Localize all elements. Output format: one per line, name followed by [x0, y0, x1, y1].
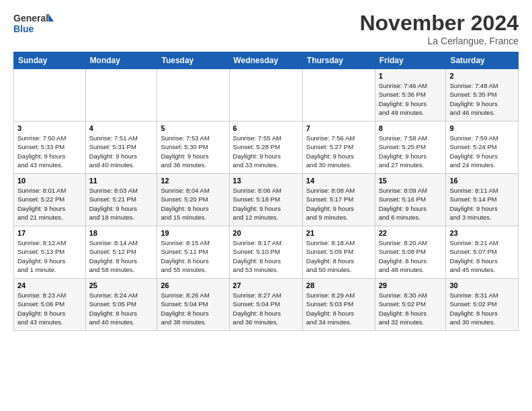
- day-number: 15: [379, 177, 443, 185]
- day-number: 20: [233, 229, 299, 237]
- calendar-cell: 2Sunrise: 7:48 AMSunset: 5:35 PMDaylight…: [446, 69, 519, 122]
- day-info: Sunrise: 8:04 AMSunset: 5:20 PMDaylight:…: [161, 186, 225, 222]
- calendar-cell: 16Sunrise: 8:11 AMSunset: 5:14 PMDayligh…: [446, 174, 519, 226]
- day-info: Sunrise: 8:29 AMSunset: 5:03 PMDaylight:…: [306, 291, 371, 326]
- day-info: Sunrise: 7:56 AMSunset: 5:27 PMDaylight:…: [306, 134, 371, 169]
- day-info: Sunrise: 7:51 AMSunset: 5:31 PMDaylight:…: [89, 134, 154, 169]
- weekday-header-thursday: Thursday: [302, 52, 375, 69]
- day-number: 2: [449, 72, 515, 80]
- day-info: Sunrise: 8:31 AMSunset: 5:02 PMDaylight:…: [449, 291, 515, 326]
- calendar-cell: 23Sunrise: 8:21 AMSunset: 5:07 PMDayligh…: [446, 226, 519, 279]
- day-info: Sunrise: 7:48 AMSunset: 5:35 PMDaylight:…: [449, 81, 515, 117]
- day-number: 24: [17, 281, 82, 289]
- calendar-cell: 26Sunrise: 8:26 AMSunset: 5:04 PMDayligh…: [157, 279, 229, 331]
- day-number: 28: [306, 281, 371, 289]
- day-info: Sunrise: 8:01 AMSunset: 5:22 PMDaylight:…: [17, 186, 82, 222]
- day-info: Sunrise: 8:20 AMSunset: 5:08 PMDaylight:…: [379, 238, 443, 274]
- day-number: 19: [161, 229, 225, 237]
- day-number: 1: [379, 72, 443, 80]
- weekday-header-wednesday: Wednesday: [229, 52, 302, 69]
- day-number: 25: [89, 281, 154, 289]
- day-number: 14: [306, 177, 371, 185]
- week-row-2: 3Sunrise: 7:50 AMSunset: 5:33 PMDaylight…: [14, 122, 519, 174]
- day-number: 21: [306, 229, 371, 237]
- day-number: 3: [17, 124, 82, 132]
- week-row-3: 10Sunrise: 8:01 AMSunset: 5:22 PMDayligh…: [14, 174, 519, 226]
- day-number: 4: [89, 124, 154, 132]
- day-number: 10: [17, 177, 82, 185]
- week-row-4: 17Sunrise: 8:12 AMSunset: 5:13 PMDayligh…: [14, 226, 519, 279]
- calendar-cell: 22Sunrise: 8:20 AMSunset: 5:08 PMDayligh…: [375, 226, 446, 279]
- header: General Blue November 2024 La Cerlangue,…: [13, 11, 519, 46]
- weekday-header-monday: Monday: [85, 52, 157, 69]
- day-number: 16: [449, 177, 515, 185]
- calendar-cell: 27Sunrise: 8:27 AMSunset: 5:04 PMDayligh…: [229, 279, 302, 331]
- weekday-header-friday: Friday: [375, 52, 446, 69]
- location: La Cerlangue, France: [359, 36, 519, 46]
- calendar-cell: 18Sunrise: 8:14 AMSunset: 5:12 PMDayligh…: [85, 226, 157, 279]
- day-number: 11: [89, 177, 154, 185]
- day-info: Sunrise: 8:11 AMSunset: 5:14 PMDaylight:…: [449, 186, 515, 222]
- calendar-cell: 8Sunrise: 7:58 AMSunset: 5:25 PMDaylight…: [375, 122, 446, 174]
- day-info: Sunrise: 8:30 AMSunset: 5:02 PMDaylight:…: [379, 291, 443, 326]
- day-number: 5: [161, 124, 225, 132]
- day-number: 23: [449, 229, 515, 237]
- day-info: Sunrise: 8:03 AMSunset: 5:21 PMDaylight:…: [89, 186, 154, 222]
- calendar-cell: 20Sunrise: 8:17 AMSunset: 5:10 PMDayligh…: [229, 226, 302, 279]
- day-number: 17: [17, 229, 82, 237]
- calendar-cell: 21Sunrise: 8:18 AMSunset: 5:09 PMDayligh…: [302, 226, 375, 279]
- calendar-cell: [229, 69, 302, 122]
- day-info: Sunrise: 8:26 AMSunset: 5:04 PMDaylight:…: [161, 291, 225, 326]
- calendar-cell: 24Sunrise: 8:23 AMSunset: 5:06 PMDayligh…: [14, 279, 86, 331]
- day-info: Sunrise: 8:24 AMSunset: 5:05 PMDaylight:…: [89, 291, 154, 326]
- day-info: Sunrise: 8:15 AMSunset: 5:11 PMDaylight:…: [161, 238, 225, 274]
- day-number: 30: [449, 281, 515, 289]
- weekday-header-tuesday: Tuesday: [157, 52, 229, 69]
- calendar-cell: 12Sunrise: 8:04 AMSunset: 5:20 PMDayligh…: [157, 174, 229, 226]
- week-row-5: 24Sunrise: 8:23 AMSunset: 5:06 PMDayligh…: [14, 279, 519, 331]
- calendar-cell: 7Sunrise: 7:56 AMSunset: 5:27 PMDaylight…: [302, 122, 375, 174]
- day-number: 7: [306, 124, 371, 132]
- day-number: 29: [379, 281, 443, 289]
- calendar-cell: 17Sunrise: 8:12 AMSunset: 5:13 PMDayligh…: [14, 226, 86, 279]
- day-number: 12: [161, 177, 225, 185]
- title-section: November 2024 La Cerlangue, France: [359, 11, 519, 46]
- day-number: 18: [89, 229, 154, 237]
- page: General Blue November 2024 La Cerlangue,…: [0, 0, 532, 411]
- calendar-cell: 6Sunrise: 7:55 AMSunset: 5:28 PMDaylight…: [229, 122, 302, 174]
- day-info: Sunrise: 7:46 AMSunset: 5:36 PMDaylight:…: [379, 81, 443, 117]
- day-info: Sunrise: 7:58 AMSunset: 5:25 PMDaylight:…: [379, 134, 443, 169]
- svg-text:General: General: [13, 13, 48, 24]
- logo: General Blue: [13, 11, 54, 38]
- calendar: SundayMondayTuesdayWednesdayThursdayFrid…: [13, 52, 519, 331]
- calendar-cell: 3Sunrise: 7:50 AMSunset: 5:33 PMDaylight…: [14, 122, 86, 174]
- calendar-cell: 28Sunrise: 8:29 AMSunset: 5:03 PMDayligh…: [302, 279, 375, 331]
- calendar-cell: 15Sunrise: 8:09 AMSunset: 5:16 PMDayligh…: [375, 174, 446, 226]
- day-info: Sunrise: 7:50 AMSunset: 5:33 PMDaylight:…: [17, 134, 82, 169]
- calendar-cell: 25Sunrise: 8:24 AMSunset: 5:05 PMDayligh…: [85, 279, 157, 331]
- day-number: 27: [233, 281, 299, 289]
- day-number: 9: [449, 124, 515, 132]
- day-info: Sunrise: 8:14 AMSunset: 5:12 PMDaylight:…: [89, 238, 154, 274]
- calendar-cell: 19Sunrise: 8:15 AMSunset: 5:11 PMDayligh…: [157, 226, 229, 279]
- day-number: 26: [161, 281, 225, 289]
- day-number: 8: [379, 124, 443, 132]
- calendar-cell: [85, 69, 157, 122]
- day-number: 13: [233, 177, 299, 185]
- svg-text:Blue: Blue: [13, 24, 34, 34]
- day-info: Sunrise: 8:21 AMSunset: 5:07 PMDaylight:…: [449, 238, 515, 274]
- calendar-cell: 10Sunrise: 8:01 AMSunset: 5:22 PMDayligh…: [14, 174, 86, 226]
- calendar-cell: [157, 69, 229, 122]
- day-number: 6: [233, 124, 299, 132]
- day-info: Sunrise: 8:17 AMSunset: 5:10 PMDaylight:…: [233, 238, 299, 274]
- weekday-header-sunday: Sunday: [14, 52, 86, 69]
- month-title: November 2024: [359, 11, 519, 36]
- day-info: Sunrise: 8:12 AMSunset: 5:13 PMDaylight:…: [17, 238, 82, 274]
- day-info: Sunrise: 7:53 AMSunset: 5:30 PMDaylight:…: [161, 134, 225, 169]
- day-info: Sunrise: 7:59 AMSunset: 5:24 PMDaylight:…: [449, 134, 515, 169]
- calendar-cell: 30Sunrise: 8:31 AMSunset: 5:02 PMDayligh…: [446, 279, 519, 331]
- svg-marker-2: [48, 13, 54, 21]
- calendar-cell: 9Sunrise: 7:59 AMSunset: 5:24 PMDaylight…: [446, 122, 519, 174]
- weekday-header-saturday: Saturday: [446, 52, 519, 69]
- logo-svg: General Blue: [13, 11, 54, 38]
